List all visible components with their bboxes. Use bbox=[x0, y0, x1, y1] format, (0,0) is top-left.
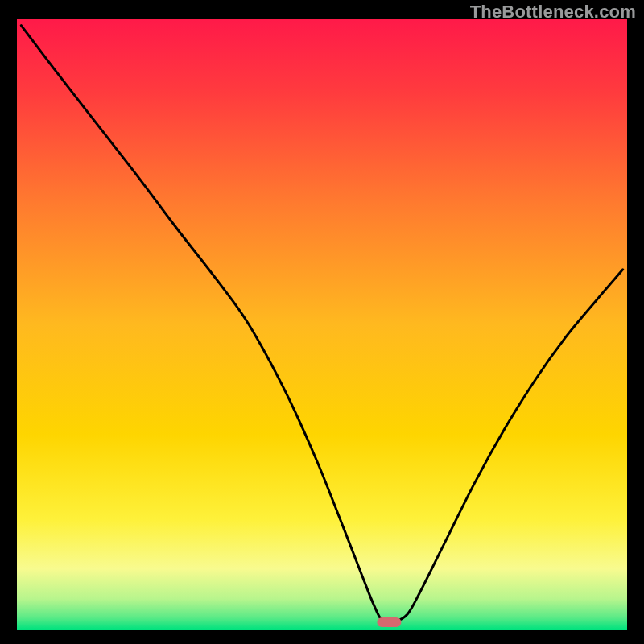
plot-svg bbox=[17, 19, 627, 630]
bottleneck-plot bbox=[17, 19, 627, 630]
optimal-marker bbox=[377, 617, 401, 627]
watermark-text: TheBottleneck.com bbox=[470, 2, 636, 23]
gradient-background bbox=[17, 19, 627, 630]
chart-frame: TheBottleneck.com bbox=[0, 0, 644, 644]
